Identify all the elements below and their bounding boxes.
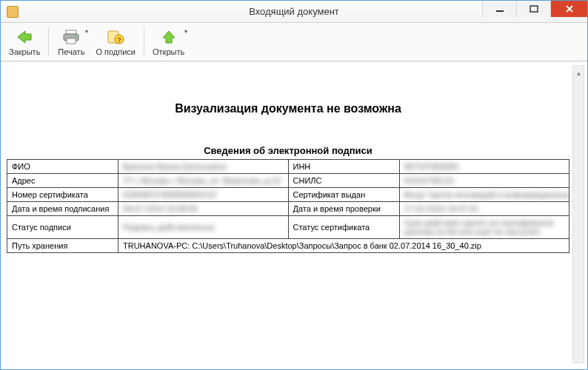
close-icon (565, 4, 574, 13)
svg-point-8 (76, 36, 77, 37)
label-check-time: Дата и время проверки (288, 202, 399, 216)
signature-info-table: ФИО Брагина Ирина Евгеньевна ИНН 9871079… (7, 159, 569, 253)
value-snils: 01016798115 (399, 174, 569, 188)
table-row: ФИО Брагина Ирина Евгеньевна ИНН 9871079… (7, 160, 569, 174)
value-inn: 987107983083 (399, 160, 569, 174)
scroll-up-icon: ▴ (573, 69, 584, 77)
label-sign-status: Статус подписи (7, 216, 118, 239)
value-fio: Брагина Ирина Евгеньевна (118, 160, 289, 174)
svg-text:?: ? (117, 36, 121, 44)
label-snils: СНИЛС (288, 174, 399, 188)
minimize-button[interactable] (482, 1, 516, 17)
label-sign-time: Дата и время подписания (7, 202, 118, 216)
label-path: Путь хранения (7, 239, 118, 253)
toolbar: Закрыть ▾ Печать ? О подписи ▾ Открыть (1, 23, 587, 61)
titlebar: Входящий документ (1, 1, 587, 23)
toolbar-separator (144, 27, 144, 56)
table-row: Путь хранения TRUHANOVA-PC: C:\Users\Tru… (7, 239, 569, 253)
print-label: Печать (58, 47, 84, 56)
chevron-down-icon: ▾ (184, 28, 187, 35)
value-check-time: 17.02.2016 18:37:41 (399, 202, 569, 216)
toolbar-separator (48, 27, 49, 56)
open-label: Открыть (153, 47, 184, 56)
about-signature-button[interactable]: ? О подписи (90, 24, 141, 59)
vertical-scrollbar[interactable]: ▴ (572, 65, 584, 363)
minimize-icon (495, 4, 504, 13)
table-row: Номер сертификата 01B4007C999999991F32 С… (7, 188, 569, 202)
about-signature-label: О подписи (96, 47, 136, 56)
label-address: Адрес (7, 174, 118, 188)
label-cert-no: Номер сертификата (7, 188, 118, 202)
window-controls (482, 1, 587, 22)
svg-rect-1 (530, 6, 538, 12)
value-sign-status: Подпись действительна (118, 216, 289, 239)
close-button[interactable]: Закрыть (4, 24, 45, 59)
doc-heading: Визуализация документа не возможна (7, 102, 569, 115)
label-cert-status: Статус сертификата (288, 216, 399, 239)
value-path: TRUHANOVA-PC: C:\Users\Truhanova\Desktop… (118, 239, 569, 253)
open-button[interactable]: ▾ Открыть (147, 24, 190, 59)
print-button[interactable]: ▾ Печать (52, 24, 90, 59)
svg-marker-4 (18, 31, 31, 43)
printer-icon (61, 28, 81, 46)
maximize-button[interactable] (516, 1, 550, 17)
table-row: Статус подписи Подпись действительна Ста… (7, 216, 569, 239)
close-window-button[interactable] (550, 1, 587, 17)
table-row: Адрес 77 г. Москва г. Москва, ул. Вавило… (7, 174, 569, 188)
maximize-icon (529, 4, 538, 13)
svg-rect-5 (66, 30, 76, 34)
value-cert-issuer: Фонд "Центр инноваций и информационных т… (399, 188, 569, 202)
content-area: ▴ Визуализация документа не возможна Све… (1, 61, 587, 369)
value-cert-no: 01B4007C999999991F32 (118, 188, 289, 202)
document-viewport: Визуализация документа не возможна Сведе… (7, 65, 569, 363)
arrow-left-icon (15, 28, 34, 46)
close-label: Закрыть (9, 47, 40, 56)
arrow-up-icon (159, 28, 178, 46)
value-cert-status: Срок действия одного из сертификатов цеп… (399, 216, 569, 239)
label-inn: ИНН (288, 160, 399, 174)
svg-marker-12 (163, 31, 175, 43)
label-cert-issuer: Сертификат выдан (288, 188, 399, 202)
signature-info-icon: ? (106, 28, 125, 46)
svg-rect-7 (67, 38, 76, 44)
value-address: 77 г. Москва г. Москва, ул. Вавилова, д.… (118, 174, 289, 188)
value-sign-time: 04.07.2014 15:09:59 (118, 202, 289, 216)
app-icon (7, 6, 19, 18)
table-row: Дата и время подписания 04.07.2014 15:09… (7, 202, 569, 216)
signature-section-title: Сведения об электронной подписи (7, 145, 569, 156)
chevron-down-icon: ▾ (85, 28, 88, 35)
label-fio: ФИО (7, 160, 118, 174)
